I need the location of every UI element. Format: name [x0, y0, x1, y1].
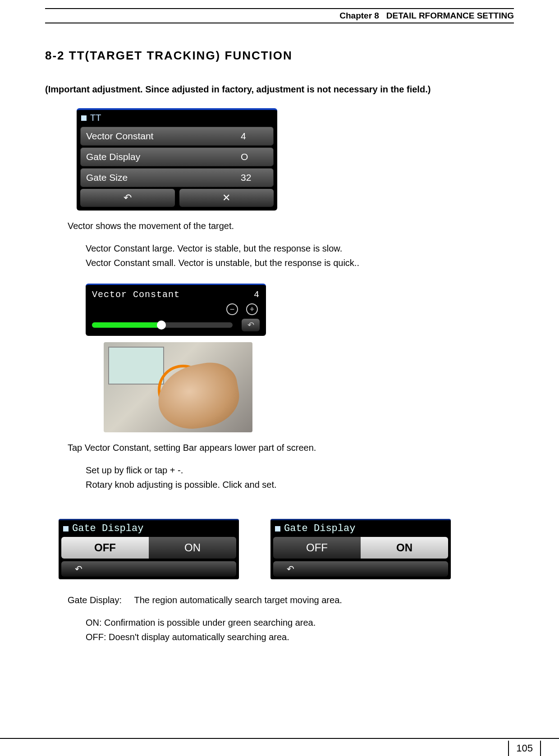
- section-title: 8-2 TT(TARGET TRACKING) FUNCTION: [45, 49, 514, 63]
- square-icon: [63, 526, 69, 531]
- vector-constant-widget: Vector Constant 4 − + ↶: [86, 284, 266, 336]
- paragraph: Tap Vector Constant, setting Bar appears…: [68, 440, 514, 455]
- tt-title-text: TT: [90, 113, 101, 123]
- paragraph: Vector Constant small. Vector is unstabl…: [86, 256, 514, 270]
- minus-button[interactable]: −: [226, 303, 238, 315]
- paragraph: Vector shows the movement of the target.: [68, 219, 514, 233]
- tt-menu-title: TT: [77, 110, 277, 125]
- running-header: Chapter 8 DETAIL RFORMANCE SETTING: [45, 9, 514, 23]
- hand-rotary-photo: [104, 342, 252, 432]
- tt-row-label: Gate Size: [86, 172, 241, 183]
- page: Chapter 8 DETAIL RFORMANCE SETTING 8-2 T…: [0, 8, 559, 756]
- tt-menu-widget: TT Vector Constant 4 Gate Display O Gate…: [77, 108, 277, 211]
- minus-icon: −: [230, 305, 235, 313]
- gate-on-option[interactable]: ON: [149, 537, 236, 559]
- vc-icons: − +: [86, 303, 266, 319]
- paragraph: OFF: Doesn't display automatically searc…: [86, 630, 514, 644]
- gate-on-option[interactable]: ON: [361, 537, 448, 559]
- gate-off-option[interactable]: OFF: [61, 537, 149, 559]
- tt-row-label: Gate Display: [86, 151, 241, 162]
- vc-value: 4: [254, 289, 260, 300]
- paragraph: Gate Display: The region automatically s…: [68, 593, 514, 607]
- gate-back-button[interactable]: ↶: [61, 561, 236, 577]
- square-icon: [81, 115, 87, 121]
- vc-slider-fill: [92, 322, 160, 328]
- plus-icon: +: [250, 305, 255, 313]
- gate-segmented[interactable]: OFF ON: [61, 537, 236, 559]
- tt-row-gate-size[interactable]: Gate Size 32: [80, 168, 274, 187]
- footer-rule: [0, 738, 559, 739]
- square-icon: [275, 526, 280, 531]
- tt-bottom-bar: ↶ ✕: [80, 189, 274, 207]
- back-icon: ↶: [124, 192, 132, 204]
- page-number: 105: [508, 741, 541, 756]
- gate-display-widget-on: Gate Display OFF ON ↶: [270, 519, 451, 579]
- gate-display-row: Gate Display OFF ON ↶ Gate Display OFF O…: [59, 519, 514, 579]
- paragraph: Vector Constant large. Vector is stable,…: [86, 241, 514, 256]
- vc-slider-row: ↶: [86, 319, 266, 331]
- gate-segmented[interactable]: OFF ON: [273, 537, 448, 559]
- tt-row-value: O: [241, 151, 268, 162]
- gate-title-text: Gate Display: [284, 523, 355, 534]
- back-icon: ↶: [75, 564, 82, 574]
- gate-title: Gate Display: [270, 520, 451, 537]
- vc-back-button[interactable]: ↶: [242, 319, 260, 331]
- gate-display-widget-off: Gate Display OFF ON ↶: [59, 519, 239, 579]
- body-block-3: Gate Display: The region automatically s…: [45, 593, 514, 644]
- body-block-1: Vector shows the movement of the target.…: [45, 219, 514, 270]
- important-note: (Important adjustment. Since adjusted in…: [45, 84, 514, 95]
- back-button[interactable]: ↶: [80, 189, 175, 207]
- close-button[interactable]: ✕: [179, 189, 274, 207]
- gate-title: Gate Display: [59, 520, 239, 537]
- chapter-title: DETAIL RFORMANCE SETTING: [386, 11, 514, 20]
- vc-header: Vector Constant 4: [86, 289, 266, 303]
- vc-slider[interactable]: [92, 322, 233, 328]
- section-number: 8-2: [45, 49, 65, 62]
- close-icon: ✕: [222, 192, 230, 204]
- back-icon: ↶: [247, 321, 254, 329]
- paragraph: Set up by flick or tap + -.: [86, 463, 514, 477]
- chapter-label: Chapter 8: [339, 11, 379, 20]
- vc-label: Vector Constant: [92, 289, 180, 300]
- rotate-arrow-icon: [158, 365, 208, 415]
- gate-title-text: Gate Display: [72, 523, 143, 534]
- section-name: TT(TARGET TRACKING) FUNCTION: [69, 49, 293, 62]
- vc-slider-thumb[interactable]: [157, 321, 166, 330]
- tt-row-vector-constant[interactable]: Vector Constant 4: [80, 127, 274, 146]
- body-block-2: Tap Vector Constant, setting Bar appears…: [45, 440, 514, 492]
- gate-off-option[interactable]: OFF: [273, 537, 361, 559]
- paragraph: Rotary knob adjusting is possible. Click…: [86, 477, 514, 492]
- plus-button[interactable]: +: [246, 303, 258, 315]
- tt-row-value: 32: [241, 172, 268, 183]
- gate-back-button[interactable]: ↶: [273, 561, 448, 577]
- tt-row-label: Vector Constant: [86, 131, 241, 142]
- tt-row-value: 4: [241, 131, 268, 142]
- paragraph: ON: Confirmation is possible under green…: [86, 615, 514, 630]
- back-icon: ↶: [287, 564, 294, 574]
- tt-row-gate-display[interactable]: Gate Display O: [80, 147, 274, 166]
